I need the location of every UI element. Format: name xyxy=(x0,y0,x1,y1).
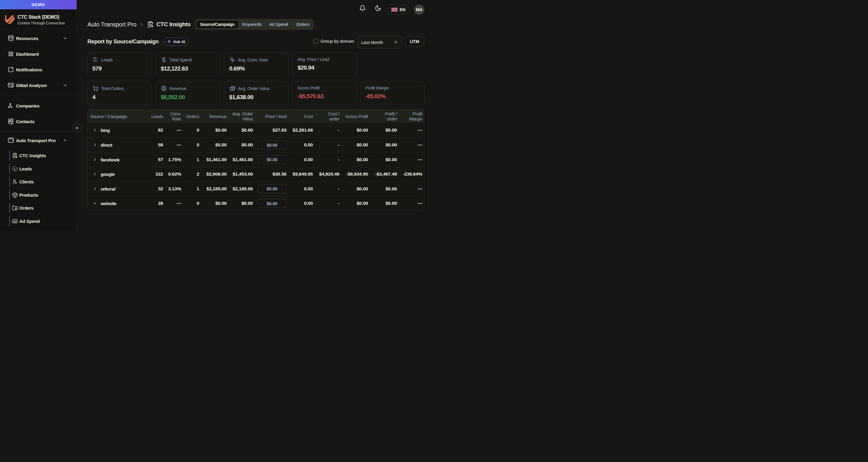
svg-text:AD: AD xyxy=(13,220,17,223)
svg-text:L: L xyxy=(14,167,16,170)
